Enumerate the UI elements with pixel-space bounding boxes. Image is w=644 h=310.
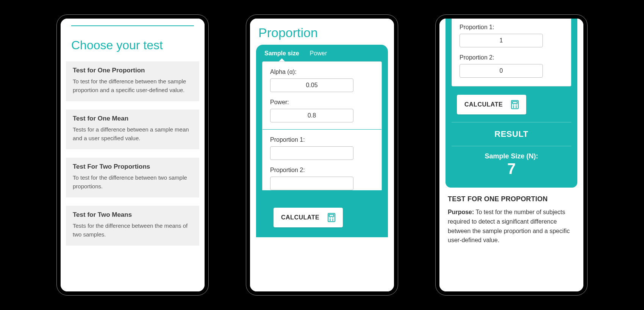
result-header: RESULT (452, 122, 571, 146)
info-section: TEST FOR ONE PROPORTION Purpose: To test… (439, 188, 583, 253)
test-card-one-mean[interactable]: Test for One Mean Tests for a difference… (66, 110, 199, 149)
test-card-desc: To test for the difference between two s… (73, 174, 192, 191)
test-card-one-proportion[interactable]: Test for One Proportion To test for the … (66, 61, 199, 101)
test-card-desc: Tests for the difference between the mea… (73, 222, 192, 239)
test-card-title: Test For Two Proportions (73, 163, 192, 171)
info-purpose-label: Purpose: (448, 209, 474, 215)
proportion-1-input[interactable] (460, 34, 543, 47)
test-card-two-means[interactable]: Test for Two Means Tests for the differe… (66, 206, 199, 246)
result-label: Sample Size (N): (452, 152, 571, 160)
test-card-two-proportions[interactable]: Test For Two Proportions To test for the… (66, 158, 199, 197)
phone-frame-choose-test: Choose your test Test for One Proportion… (57, 15, 208, 295)
calculate-area: CALCULATE (452, 86, 571, 122)
proportion-1-input[interactable] (270, 146, 353, 160)
proportion-2-input[interactable] (460, 64, 543, 78)
form-panel: Proportion 1: Proportion 2: CALCULATE (445, 19, 577, 188)
header-rule (71, 25, 194, 26)
proportion-1-label: Proportion 1: (270, 136, 374, 143)
calculate-label: CALCULATE (281, 214, 319, 221)
power-input[interactable] (270, 109, 353, 122)
calculate-label: CALCULATE (464, 101, 503, 108)
form-card: Alpha (α): Power: Proportion 1: Proporti… (262, 61, 382, 190)
form-panel: Sample size Power Alpha (α): Power: Prop… (256, 45, 388, 237)
proportion-2-label: Proportion 2: (460, 54, 563, 61)
svg-rect-1 (329, 214, 334, 216)
test-card-desc: To test for the difference between the s… (73, 77, 192, 94)
tabs: Sample size Power (262, 50, 382, 61)
tab-sample-size[interactable]: Sample size (264, 50, 299, 57)
result-body: Sample Size (N): 7 (452, 146, 571, 185)
proportion-2-input[interactable] (270, 177, 353, 190)
calculate-button[interactable]: CALCULATE (457, 95, 526, 114)
result-value: 7 (452, 160, 571, 177)
screen-proportion-form: Proportion Sample size Power Alpha (α): … (250, 19, 394, 291)
calculate-area: CALCULATE (262, 199, 382, 237)
page-title: Choose your test (71, 38, 194, 52)
tab-power[interactable]: Power (310, 50, 327, 57)
screen-choose-test: Choose your test Test for One Proportion… (61, 19, 205, 291)
info-title: TEST FOR ONE PROPORTION (448, 195, 575, 203)
calculator-icon (511, 100, 519, 109)
page-title: Proportion (250, 19, 394, 45)
svg-rect-9 (513, 102, 517, 103)
test-card-title: Test for One Mean (73, 115, 192, 122)
proportion-1-label: Proportion 1: (460, 24, 563, 31)
power-label: Power: (270, 99, 374, 106)
alpha-input[interactable] (270, 78, 353, 92)
form-card: Proportion 1: Proportion 2: (452, 19, 571, 86)
test-card-title: Test for One Proportion (73, 67, 192, 74)
test-card-desc: Tests for a difference between a sample … (73, 125, 192, 142)
calculate-button[interactable]: CALCULATE (274, 208, 343, 227)
phone-frame-proportion-form: Proportion Sample size Power Alpha (α): … (246, 15, 398, 295)
test-card-title: Test for Two Means (73, 211, 192, 219)
phone-frame-result: Proportion 1: Proportion 2: CALCULATE (436, 15, 587, 295)
form-divider (263, 129, 381, 130)
screen-result: Proportion 1: Proportion 2: CALCULATE (439, 19, 583, 291)
calculator-icon (328, 213, 335, 222)
alpha-label: Alpha (α): (270, 69, 374, 75)
proportion-2-label: Proportion 2: (270, 167, 374, 174)
info-text: Purpose: To test for the number of subje… (448, 208, 575, 245)
